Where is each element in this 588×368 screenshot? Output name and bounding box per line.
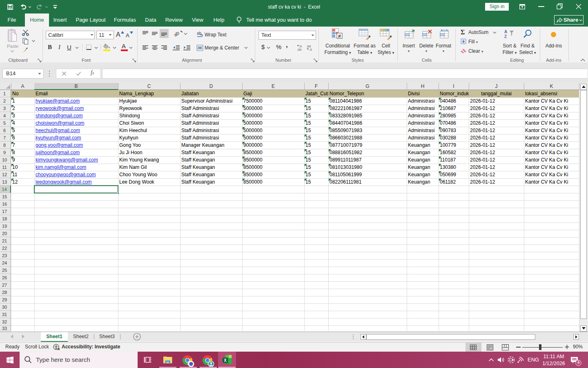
svg-text:ab: ab: [174, 30, 180, 37]
svg-text:X: X: [224, 358, 227, 363]
svg-text:.00: .00: [297, 48, 302, 51]
svg-text:.0: .0: [309, 48, 312, 51]
svg-text:A: A: [504, 29, 507, 34]
svg-text:Z: Z: [504, 34, 507, 39]
